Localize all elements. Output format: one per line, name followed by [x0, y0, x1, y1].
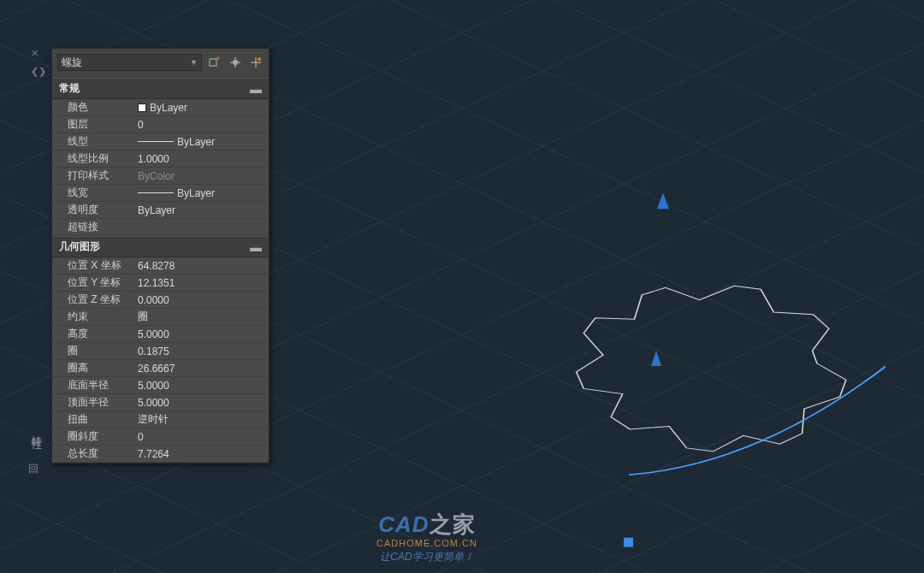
- property-value-text: ByLayer: [150, 102, 187, 114]
- property-value-text: 0: [138, 119, 144, 131]
- property-label: 线型: [52, 134, 133, 149]
- property-value-text: 12.1351: [138, 277, 175, 289]
- property-label: 圈斜度: [52, 429, 133, 444]
- property-value[interactable]: 64.8278: [133, 257, 269, 274]
- property-value-text: 64.8278: [138, 260, 175, 272]
- property-row[interactable]: 线型ByLayer: [52, 133, 269, 151]
- axis-arrow-up: [651, 351, 661, 366]
- watermark: CAD之家 CADHOME.COM.CN 让CAD学习更简单！: [376, 510, 477, 564]
- property-value-text: 圈: [138, 310, 148, 324]
- property-value-text: 0.1875: [138, 346, 169, 357]
- property-label: 底面半径: [52, 378, 133, 393]
- property-row[interactable]: 顶面半径5.0000: [52, 394, 269, 411]
- property-value[interactable]: [133, 219, 269, 235]
- pin-icon[interactable]: ❮❯: [31, 66, 46, 77]
- property-row[interactable]: 线宽ByLayer: [52, 185, 269, 202]
- property-row[interactable]: 高度5.0000: [52, 326, 269, 343]
- property-row[interactable]: 超链接: [52, 219, 269, 236]
- property-value[interactable]: ByLayer: [133, 99, 269, 115]
- section-geometry-header[interactable]: 几何图形 ▬: [52, 236, 269, 257]
- property-row[interactable]: 底面半径5.0000: [52, 377, 269, 394]
- chevron-down-icon: ▼: [190, 58, 198, 67]
- viewport-3d[interactable]: ✕ ❮❯ 特性 回 螺旋 ▼ 常规 ▬ 颜色ByLayer图层0线型ByLaye…: [0, 0, 924, 573]
- property-label: 位置 Z 坐标: [52, 292, 133, 307]
- gear-helix-drawing[interactable]: [321, 124, 886, 573]
- property-row[interactable]: 约束圈: [52, 309, 269, 326]
- property-value-text: 1.0000: [138, 153, 169, 165]
- toggle-pickadd-icon[interactable]: [207, 55, 222, 70]
- property-row[interactable]: 总长度7.7264: [52, 446, 269, 463]
- property-value[interactable]: 5.0000: [133, 326, 269, 342]
- gear-outline: [577, 286, 846, 452]
- watermark-brand-zh: 之家: [429, 511, 476, 537]
- property-value-text: 逆时针: [138, 412, 169, 427]
- property-row[interactable]: 圈斜度0: [52, 428, 269, 446]
- property-label: 线型比例: [52, 151, 133, 166]
- property-value[interactable]: ByLayer: [133, 185, 269, 201]
- svg-point-8: [258, 57, 261, 61]
- property-row[interactable]: 圈0.1875: [52, 343, 269, 360]
- object-type-value: 螺旋: [62, 56, 82, 70]
- section-geometry-title: 几何图形: [59, 239, 100, 254]
- property-row[interactable]: 打印样式ByColor: [52, 168, 269, 185]
- select-objects-icon[interactable]: [228, 55, 243, 70]
- property-value[interactable]: 1.0000: [133, 151, 269, 167]
- object-type-select[interactable]: 螺旋 ▼: [57, 54, 202, 71]
- property-row[interactable]: 扭曲逆时针: [52, 411, 269, 428]
- color-swatch: [138, 103, 146, 112]
- watermark-url: CADHOME.COM.CN: [376, 538, 477, 548]
- property-value-text: 26.6667: [138, 363, 175, 375]
- panel-toolbar: 螺旋 ▼: [52, 49, 269, 78]
- linetype-preview: [138, 192, 174, 193]
- property-value[interactable]: 12.1351: [133, 275, 269, 291]
- property-value-text: 0.0000: [138, 294, 169, 306]
- collapse-icon[interactable]: ▬: [250, 82, 262, 96]
- quick-select-icon[interactable]: [248, 55, 264, 70]
- property-value[interactable]: 5.0000: [133, 377, 269, 393]
- property-value-text: 7.7264: [138, 448, 169, 460]
- grip-point[interactable]: [624, 538, 633, 547]
- panel-bottom-icon[interactable]: 回: [28, 462, 38, 476]
- section-general-header[interactable]: 常规 ▬: [52, 78, 269, 99]
- property-label: 总长度: [52, 446, 133, 461]
- property-label: 高度: [52, 327, 133, 341]
- property-row[interactable]: 位置 Z 坐标0.0000: [52, 292, 269, 309]
- linetype-preview: [138, 141, 174, 142]
- property-row[interactable]: 颜色ByLayer: [52, 99, 269, 116]
- property-value-text: 5.0000: [138, 328, 169, 340]
- property-row[interactable]: 透明度ByLayer: [52, 202, 269, 219]
- property-value[interactable]: 逆时针: [133, 411, 269, 428]
- property-label: 线宽: [52, 186, 133, 200]
- panel-titlebar-icons: ✕ ❮❯: [31, 48, 46, 77]
- property-value[interactable]: 7.7264: [133, 446, 269, 462]
- property-value[interactable]: 0.0000: [133, 292, 269, 308]
- watermark-brand-en: CAD: [378, 511, 429, 537]
- property-row[interactable]: 位置 X 坐标64.8278: [52, 257, 269, 275]
- property-value[interactable]: 0: [133, 428, 269, 445]
- property-row[interactable]: 图层0: [52, 116, 269, 133]
- property-value[interactable]: 0: [133, 116, 269, 133]
- property-row[interactable]: 圈高26.6667: [52, 360, 269, 377]
- property-row[interactable]: 线型比例1.0000: [52, 151, 269, 168]
- property-label: 顶面半径: [52, 395, 133, 410]
- property-label: 图层: [52, 117, 133, 132]
- property-label: 透明度: [52, 203, 133, 217]
- helix-curve[interactable]: [629, 353, 886, 476]
- panel-side-label: 特性: [29, 428, 44, 434]
- property-value[interactable]: ByLayer: [133, 133, 269, 150]
- watermark-slogan: 让CAD学习更简单！: [376, 550, 477, 564]
- property-value[interactable]: ByLayer: [133, 202, 269, 218]
- property-value[interactable]: 26.6667: [133, 360, 269, 376]
- collapse-icon[interactable]: ▬: [250, 240, 262, 254]
- property-value-text: ByLayer: [138, 204, 175, 216]
- property-value[interactable]: 圈: [133, 309, 269, 325]
- property-value-text: ByColor: [138, 170, 175, 182]
- property-label: 扭曲: [52, 412, 133, 427]
- close-icon[interactable]: ✕: [31, 48, 46, 59]
- property-value-text: ByLayer: [177, 136, 215, 148]
- property-value[interactable]: 0.1875: [133, 343, 269, 359]
- property-row[interactable]: 位置 Y 坐标12.1351: [52, 275, 269, 292]
- property-value[interactable]: 5.0000: [133, 394, 269, 411]
- section-general-title: 常规: [59, 81, 80, 96]
- property-value[interactable]: ByColor: [133, 168, 269, 184]
